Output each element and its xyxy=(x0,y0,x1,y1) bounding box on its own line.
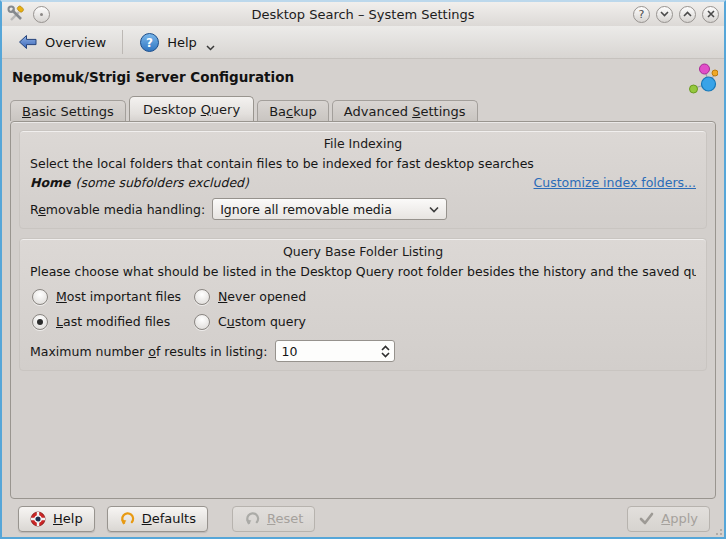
system-settings-window: Desktop Search – System Settings ? Overv… xyxy=(0,0,726,539)
tab-backup[interactable]: Backup xyxy=(257,100,329,121)
radio-circle-checked[interactable] xyxy=(32,314,48,330)
removable-media-selected-value: Ignore all removable media xyxy=(220,202,392,217)
chevron-down-icon xyxy=(206,45,215,51)
radio-circle[interactable] xyxy=(32,289,48,305)
checkmark-icon xyxy=(639,512,654,525)
tab-content: File Indexing Select the local folders t… xyxy=(10,121,716,499)
svg-text:?: ? xyxy=(146,36,153,50)
file-indexing-title: File Indexing xyxy=(30,135,696,153)
window-controls: ? xyxy=(627,6,719,23)
indexed-folders-value: Home xyxy=(30,174,71,191)
help-lifebuoy-icon xyxy=(30,511,46,527)
radio-last-modified-files[interactable]: Last modified files xyxy=(32,314,194,330)
file-indexing-group: File Indexing Select the local folders t… xyxy=(19,130,707,229)
window-minimize-button[interactable] xyxy=(656,6,673,23)
window-help-button[interactable]: ? xyxy=(633,6,650,23)
max-results-label: Maximum number of results in listing: xyxy=(30,344,267,359)
window-title: Desktop Search – System Settings xyxy=(251,7,474,22)
undo-arrow-icon xyxy=(119,511,135,527)
defaults-button[interactable]: Defaults xyxy=(107,506,208,532)
help-label: Help xyxy=(167,35,197,50)
toolbar: Overview ? Help xyxy=(2,26,724,59)
max-results-spinbox xyxy=(275,340,395,362)
nepomuk-icon xyxy=(684,60,718,94)
undo-arrow-icon xyxy=(244,511,260,527)
footer-button-bar: Help Defaults Reset Apply xyxy=(18,505,710,532)
radio-most-important-files[interactable]: Most important files xyxy=(32,289,194,305)
query-listing-description: Please choose what should be listed in t… xyxy=(30,263,696,280)
window-sticky-button[interactable] xyxy=(33,6,50,23)
radio-circle[interactable] xyxy=(194,314,210,330)
help-button[interactable]: Help xyxy=(18,506,95,532)
overview-label: Overview xyxy=(45,35,106,50)
radio-never-opened[interactable]: Never opened xyxy=(194,289,306,305)
titlebar: Desktop Search – System Settings ? xyxy=(2,2,724,26)
radio-custom-query[interactable]: Custom query xyxy=(194,314,306,330)
tab-advanced-settings[interactable]: Advanced Settings xyxy=(332,100,478,121)
back-arrow-icon xyxy=(18,34,38,50)
spin-down-button[interactable] xyxy=(381,352,390,358)
radio-circle[interactable] xyxy=(194,289,210,305)
close-icon xyxy=(707,10,715,18)
max-results-input[interactable] xyxy=(276,341,376,361)
chevron-down-icon xyxy=(429,206,439,213)
tab-desktop-query[interactable]: Desktop Query xyxy=(129,96,254,121)
window-close-button[interactable] xyxy=(702,6,719,23)
chevron-up-icon xyxy=(683,11,692,17)
help-icon: ? xyxy=(139,32,160,53)
tab-basic-settings[interactable]: Basic Settings xyxy=(10,100,126,121)
page-title: Nepomuk/Strigi Server Configuration xyxy=(12,69,294,85)
reset-button[interactable]: Reset xyxy=(232,506,315,532)
page-header: Nepomuk/Strigi Server Configuration xyxy=(12,59,718,95)
window-help-glyph: ? xyxy=(639,9,645,20)
apply-button[interactable]: Apply xyxy=(627,506,710,532)
removable-media-label: Removable media handling: xyxy=(30,202,205,217)
window-maximize-button[interactable] xyxy=(679,6,696,23)
indexed-folders-note: (some subfolders excluded) xyxy=(76,174,249,191)
spin-up-button[interactable] xyxy=(381,345,390,351)
query-listing-group: Query Base Folder Listing Please choose … xyxy=(19,238,707,371)
system-settings-tools-icon xyxy=(7,5,25,23)
query-listing-title: Query Base Folder Listing xyxy=(30,243,696,261)
tab-bar: Basic Settings Desktop Query Backup Adva… xyxy=(10,97,481,121)
customize-index-folders-link[interactable]: Customize index folders... xyxy=(534,174,696,191)
query-radio-group: Most important files Never opened Last m… xyxy=(32,289,306,330)
help-menu-button[interactable]: ? Help xyxy=(131,29,223,56)
toolbar-separator xyxy=(122,30,123,54)
resize-grip[interactable] xyxy=(714,527,722,535)
removable-media-combobox[interactable]: Ignore all removable media xyxy=(212,198,447,220)
spin-arrows xyxy=(376,341,394,361)
overview-button[interactable]: Overview xyxy=(10,31,114,53)
chevron-down-icon xyxy=(660,11,669,17)
file-indexing-description: Select the local folders that contain fi… xyxy=(30,155,696,172)
